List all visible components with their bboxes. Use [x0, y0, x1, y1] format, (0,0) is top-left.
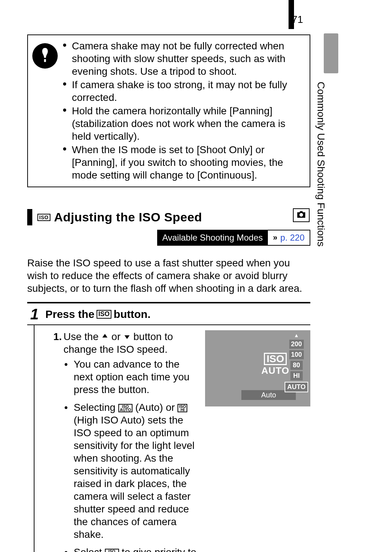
procedure-item: 1. Use the or button to change the ISO s… [53, 330, 201, 552]
sub-item: Select ISOAUTO to give priority to image… [64, 546, 201, 552]
iso-button-icon: ISO [97, 310, 111, 319]
step-number: 1 [27, 306, 42, 323]
intro-paragraph: Raise the ISO speed to use a fast shutte… [27, 257, 310, 295]
iso-hi-icon: ISOHI [177, 404, 187, 413]
sub-item: Selecting ISOAUTO (Auto) or ISOHI (High … [64, 401, 201, 541]
caution-item: Camera shake may not be fully corrected … [62, 40, 305, 78]
lcd-option: 80 [290, 361, 303, 370]
caution-item: Hold the camera horizontally while [Pann… [62, 105, 305, 143]
caution-list: Camera shake may not be fully corrected … [62, 40, 305, 181]
lcd-option-column: ▲ 200 100 80 HI AUTO [285, 332, 308, 392]
available-modes-label: Available Shooting Modes [157, 230, 268, 246]
up-arrow-icon: ▲ [294, 332, 299, 338]
caution-item: If camera shake is too strong, it may no… [62, 78, 305, 104]
available-modes-row: Available Shooting Modes » p. 220 [27, 230, 310, 246]
up-arrow-icon [101, 333, 109, 340]
section-title: Adjusting the ISO Speed [54, 210, 202, 224]
page-ref-text: p. 220 [280, 233, 305, 243]
camera-mode-icon [293, 208, 310, 222]
side-tab-indicator [324, 33, 338, 73]
lcd-option: HI [290, 371, 303, 380]
iso-auto-icon: ISOAUTO [118, 404, 132, 413]
step-heading: 1 Press the ISO button. [27, 303, 310, 325]
iso-badge-icon: ISO [37, 214, 50, 221]
lcd-option: 200 [289, 340, 304, 349]
sub-item: You can advance to the next option each … [64, 358, 201, 396]
lcd-screenshot: ISO AUTO Auto ▲ 200 100 80 HI AUTO [205, 330, 310, 406]
caution-box: Camera shake may not be fully corrected … [27, 34, 310, 187]
lcd-option-selected: AUTO [285, 382, 308, 392]
section-side-label: Commonly Used Shooting Functions [316, 82, 327, 246]
step-text: 1. Use the or button to change the ISO s… [53, 330, 201, 552]
caution-item: When the IS mode is set to [Shoot Only] … [62, 143, 305, 181]
step-body: 1. Use the or button to change the ISO s… [34, 325, 310, 552]
page-number: 71 [292, 14, 303, 25]
caution-icon [32, 43, 58, 69]
iso-auto-icon: ISOAUTO [105, 549, 119, 552]
svg-point-0 [300, 214, 302, 216]
down-arrow-icon [123, 333, 131, 340]
section-heading: ISO Adjusting the ISO Speed [27, 209, 310, 225]
lcd-option: 100 [289, 350, 304, 359]
heading-accent-bar [27, 209, 32, 225]
page-reference-link[interactable]: » p. 220 [268, 230, 310, 246]
step-block: 1 Press the ISO button. 1. Use the or bu… [27, 302, 310, 552]
step-title: Press the ISO button. [45, 308, 151, 320]
chevron-right-icon: » [273, 233, 277, 242]
